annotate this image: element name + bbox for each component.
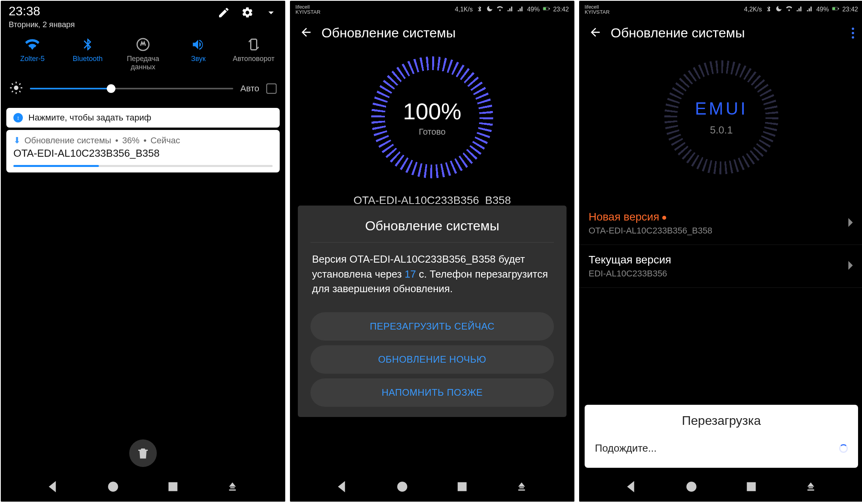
emui-brand: EMUI xyxy=(695,99,748,119)
qs-sound[interactable]: Звук xyxy=(173,37,224,71)
svg-point-2 xyxy=(14,86,18,90)
nav-home-icon[interactable] xyxy=(396,480,409,495)
svg-point-21 xyxy=(687,482,696,491)
remind-later-button[interactable]: НАПОМНИТЬ ПОЗЖЕ xyxy=(310,378,554,407)
signal-sim2-icon xyxy=(806,5,813,14)
notif-app-name: Обновление системы xyxy=(24,135,111,146)
status-time: 23:42 xyxy=(553,6,569,13)
emui-ring: EMUI 5.0.1 xyxy=(664,60,778,174)
svg-line-9 xyxy=(12,91,13,92)
wifi-icon xyxy=(786,5,793,14)
dialog-title: Обновление системы xyxy=(310,214,554,243)
nav-drawer-icon[interactable] xyxy=(226,480,239,495)
qs-data-label: Передача данных xyxy=(117,55,169,71)
notif-body-text: OTA-EDI-AL10C233B356_B358 xyxy=(13,147,273,159)
nav-recent-icon[interactable] xyxy=(745,480,758,495)
clock-date: Вторник, 2 января xyxy=(9,20,75,29)
new-badge-dot xyxy=(662,216,666,220)
download-icon: ⬇ xyxy=(13,135,20,146)
chevron-right-icon xyxy=(847,217,854,230)
back-button[interactable] xyxy=(299,26,313,41)
tariff-hint-text: Нажмите, чтобы задать тариф xyxy=(28,113,151,123)
emui-version: 5.0.1 xyxy=(710,124,733,136)
net-speed: 4,1K/s xyxy=(455,6,473,13)
nav-drawer-icon[interactable] xyxy=(515,480,528,495)
reboot-now-button[interactable]: ПЕРЕЗАГРУЗИТЬ СЕЙЧАС xyxy=(310,312,554,341)
svg-rect-22 xyxy=(747,483,755,491)
nav-recent-icon[interactable] xyxy=(455,480,469,495)
tariff-hint-card[interactable]: ↕ Нажмите, чтобы задать тариф xyxy=(6,108,280,128)
reboot-title: Перезагрузка xyxy=(595,413,848,428)
brightness-row: Авто xyxy=(1,81,285,106)
battery-icon xyxy=(832,5,839,14)
notif-time: Сейчас xyxy=(150,135,180,146)
status-bar: lifecellKYIVSTAR 4,1K/s 49% 23:42 xyxy=(290,1,574,18)
status-time: 23:42 xyxy=(842,6,858,13)
edit-icon[interactable] xyxy=(217,6,230,20)
phone-3-update-versions: lifecellKYIVSTAR 4,2K/s 49% 23:42 Обновл… xyxy=(579,1,862,502)
header: Обновление системы xyxy=(579,18,862,52)
new-version-value: OTA-EDI-AL10C233B356_B358 xyxy=(589,226,712,236)
svg-line-10 xyxy=(19,83,20,85)
expand-icon[interactable] xyxy=(265,6,277,20)
svg-rect-1 xyxy=(251,39,256,50)
menu-kebab-icon[interactable] xyxy=(852,28,854,39)
header-title: Обновление системы xyxy=(321,25,456,41)
bluetooth-icon xyxy=(476,5,483,14)
system-update-notification[interactable]: ⬇ Обновление системы • 36% • Сейчас OTA-… xyxy=(6,130,280,172)
navigation-bar xyxy=(1,473,285,502)
svg-rect-19 xyxy=(832,7,835,10)
svg-rect-20 xyxy=(838,8,839,9)
bluetooth-icon xyxy=(765,5,772,14)
svg-rect-17 xyxy=(458,483,466,491)
header: Обновление системы xyxy=(290,18,574,52)
qs-bluetooth[interactable]: Bluetooth xyxy=(62,37,113,71)
nav-back-icon[interactable] xyxy=(47,480,60,495)
auto-brightness-label: Авто xyxy=(240,83,259,94)
svg-point-11 xyxy=(109,482,118,491)
qs-bt-label: Bluetooth xyxy=(73,55,103,63)
header-title: Обновление системы xyxy=(611,25,745,41)
reboot-wait-text: Подождите... xyxy=(595,442,657,454)
qs-rotate-label: Автоповорот xyxy=(233,55,275,63)
current-version-row[interactable]: Текущая версия EDI-AL10C233B356 xyxy=(579,245,862,288)
settings-gear-icon[interactable] xyxy=(241,6,254,20)
quick-settings-row: Zolter-5 Bluetooth Передача данных Звук … xyxy=(1,30,285,81)
signal-sim2-icon xyxy=(517,5,524,14)
qs-rotate[interactable]: Автоповорот xyxy=(228,37,279,71)
new-version-row[interactable]: Новая версия OTA-EDI-AL10C233B356_B358 xyxy=(579,202,862,245)
brightness-slider[interactable] xyxy=(30,88,233,89)
nav-drawer-icon[interactable] xyxy=(804,480,817,495)
nav-back-icon[interactable] xyxy=(625,480,639,495)
spinner-icon xyxy=(839,444,848,453)
ota-name-text: OTA-EDI-AL10C233B356_B358 xyxy=(290,194,574,207)
svg-line-5 xyxy=(12,83,13,85)
signal-sim1-icon xyxy=(796,5,803,14)
auto-brightness-checkbox[interactable] xyxy=(266,83,277,94)
status-bar: 23:38 Вторник, 2 января xyxy=(1,1,285,30)
qs-wifi[interactable]: Zolter-5 xyxy=(7,37,58,71)
carrier-bottom: KYIVSTAR xyxy=(585,9,609,15)
svg-line-6 xyxy=(19,91,20,92)
update-at-night-button[interactable]: ОБНОВЛЕНИЕ НОЧЬЮ xyxy=(310,345,554,374)
phone-2-update-dialog: lifecellKYIVSTAR 4,1K/s 49% 23:42 Обновл… xyxy=(290,1,574,502)
new-version-title: Новая версия xyxy=(589,211,659,223)
progress-ready-label: Готово xyxy=(419,127,446,137)
dialog-body: Версия OTA-EDI-AL10C233B356_B358 будет у… xyxy=(310,243,554,308)
navigation-bar xyxy=(579,473,862,502)
nav-home-icon[interactable] xyxy=(685,480,698,495)
battery-pct: 49% xyxy=(527,6,540,13)
clock-time: 23:38 xyxy=(9,4,75,19)
navigation-bar xyxy=(290,473,574,502)
chevron-right-icon xyxy=(847,260,854,272)
nav-home-icon[interactable] xyxy=(106,480,120,495)
svg-point-16 xyxy=(398,482,407,491)
nav-back-icon[interactable] xyxy=(336,480,349,495)
qs-data[interactable]: Передача данных xyxy=(117,37,169,71)
wifi-icon xyxy=(496,5,503,14)
nav-recent-icon[interactable] xyxy=(166,480,180,495)
svg-rect-12 xyxy=(169,483,177,491)
reboot-dialog: Перезагрузка Подождите... xyxy=(585,405,858,468)
clear-all-button[interactable] xyxy=(129,439,157,467)
back-button[interactable] xyxy=(589,26,602,41)
